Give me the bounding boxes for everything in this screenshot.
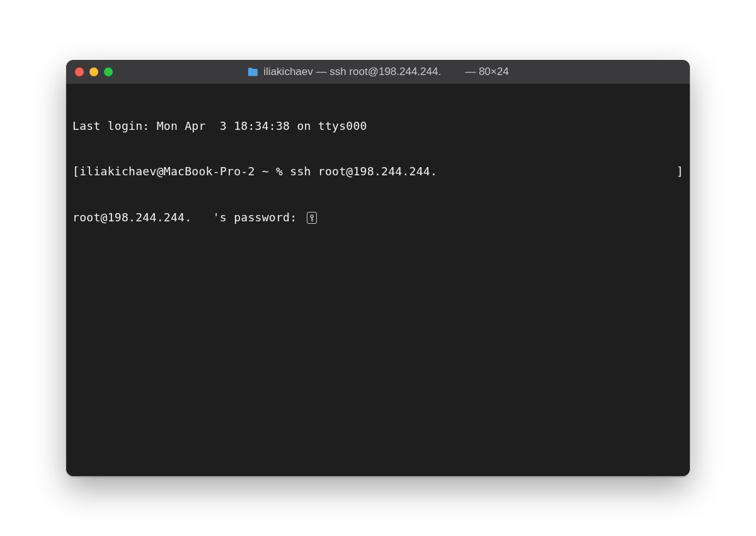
window-title-main: iliakichaev — ssh root@198.244.244. [263, 66, 441, 78]
shell-prompt: iliakichaev@MacBook-Pro-2 ~ % ssh root@1… [79, 165, 437, 178]
title-bar[interactable]: iliakichaev — ssh root@198.244.244. — 80… [66, 60, 690, 84]
last-login-text: Last login: Mon Apr 3 18:34:38 on ttys00… [72, 119, 367, 134]
folder-icon [247, 67, 258, 76]
terminal-body[interactable]: Last login: Mon Apr 3 18:34:38 on ttys00… [66, 84, 690, 476]
terminal-line-3: root@198.244.244. 's password: [72, 210, 684, 225]
minimize-button[interactable] [89, 67, 98, 76]
password-prompt: root@198.244.244. 's password: [72, 210, 304, 225]
terminal-line-2: [iliakichaev@MacBook-Pro-2 ~ % ssh root@… [72, 164, 684, 179]
terminal-window: iliakichaev — ssh root@198.244.244. — 80… [66, 60, 690, 476]
window-title-size: — 80×24 [465, 66, 508, 78]
traffic-lights [75, 67, 113, 76]
close-button[interactable] [75, 67, 84, 76]
terminal-line-1: Last login: Mon Apr 3 18:34:38 on ttys00… [72, 119, 684, 134]
key-icon [307, 212, 317, 224]
prompt-left: [iliakichaev@MacBook-Pro-2 ~ % ssh root@… [72, 164, 437, 179]
svg-point-0 [310, 214, 312, 217]
left-bracket: [ [72, 165, 79, 178]
right-bracket: ] [677, 164, 684, 179]
window-title: iliakichaev — ssh root@198.244.244. — 80… [247, 66, 508, 78]
maximize-button[interactable] [104, 67, 113, 76]
